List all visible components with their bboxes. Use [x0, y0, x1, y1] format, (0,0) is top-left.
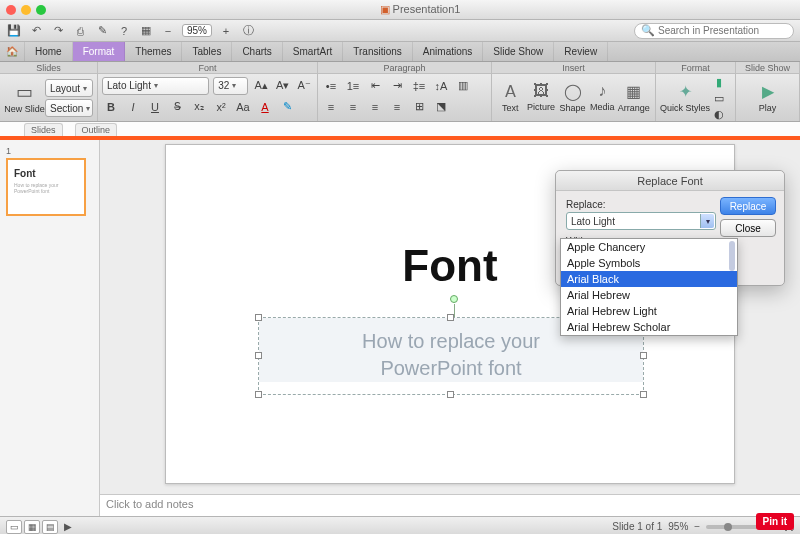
replace-font-select[interactable]: Lato Light▾ — [566, 212, 716, 230]
bullets-button[interactable]: •≡ — [322, 77, 340, 95]
resize-handle-s[interactable] — [447, 391, 454, 398]
grow-font-button[interactable]: A▴ — [252, 77, 270, 95]
close-window-button[interactable] — [6, 5, 16, 15]
tab-transitions[interactable]: Transitions — [343, 42, 413, 61]
align-right-button[interactable]: ≡ — [366, 98, 384, 116]
superscript-button[interactable]: x² — [212, 98, 230, 116]
resize-handle-sw[interactable] — [255, 391, 262, 398]
help-icon[interactable]: ? — [116, 23, 132, 39]
reading-view-button[interactable]: ▤ — [42, 520, 58, 534]
sorter-view-button[interactable]: ▦ — [24, 520, 40, 534]
align-center-button[interactable]: ≡ — [344, 98, 362, 116]
font-name-select[interactable]: Lato Light▾ — [102, 77, 209, 95]
zoom-in-icon[interactable]: + — [218, 23, 234, 39]
outline-tab[interactable]: Outline — [75, 123, 118, 136]
media-button[interactable]: ♪Media — [588, 75, 617, 119]
line-spacing-button[interactable]: ‡≡ — [410, 77, 428, 95]
justify-button[interactable]: ≡ — [388, 98, 406, 116]
tab-charts[interactable]: Charts — [232, 42, 282, 61]
zoom-value[interactable]: 95% — [182, 24, 212, 37]
tab-animations[interactable]: Animations — [413, 42, 483, 61]
normal-view-button[interactable]: ▭ — [6, 520, 22, 534]
align-text-button[interactable]: ⊞ — [410, 98, 428, 116]
info-icon[interactable]: ⓘ — [240, 23, 256, 39]
resize-handle-e[interactable] — [640, 352, 647, 359]
shape-fill-button[interactable]: ▮ — [710, 75, 728, 90]
save-icon[interactable]: 💾 — [6, 23, 22, 39]
close-button[interactable]: Close — [720, 219, 776, 237]
font-dropdown-list[interactable]: Apple Chancery Apple Symbols Arial Black… — [560, 238, 738, 336]
slide-thumbnail[interactable]: Font How to replace your PowerPoint font — [6, 158, 86, 216]
convert-smartart-button[interactable]: ⬔ — [432, 98, 450, 116]
maximize-window-button[interactable] — [36, 5, 46, 15]
shape-outline-button[interactable]: ▭ — [710, 91, 728, 106]
tab-format[interactable]: Format — [73, 42, 126, 61]
toolbox-icon[interactable]: ▦ — [138, 23, 154, 39]
increase-indent-button[interactable]: ⇥ — [388, 77, 406, 95]
notes-pane[interactable]: Click to add notes — [100, 494, 800, 516]
strikethrough-button[interactable]: S̶ — [168, 98, 186, 116]
font-option[interactable]: Arial Hebrew Scholar — [561, 319, 737, 335]
slide-thumbnail-pane[interactable]: 1 Font How to replace your PowerPoint fo… — [0, 140, 100, 516]
tab-home-icon[interactable]: 🏠 — [0, 42, 25, 61]
shrink-font-button[interactable]: A▾ — [274, 77, 292, 95]
numbering-button[interactable]: 1≡ — [344, 77, 362, 95]
bold-button[interactable]: B — [102, 98, 120, 116]
tab-themes[interactable]: Themes — [125, 42, 182, 61]
picture-button[interactable]: 🖼Picture — [525, 75, 558, 119]
play-button[interactable]: ▶Play — [747, 75, 789, 119]
text-direction-button[interactable]: ↕A — [432, 77, 450, 95]
font-option[interactable]: Arial Hebrew Light — [561, 303, 737, 319]
new-slide-button[interactable]: ▭ New Slide — [4, 75, 45, 119]
section-select[interactable]: Section▾ — [45, 99, 93, 117]
paintbrush-icon[interactable]: ✎ — [94, 23, 110, 39]
resize-handle-n[interactable] — [447, 314, 454, 321]
font-option-selected[interactable]: Arial Black — [561, 271, 737, 287]
layout-select[interactable]: Layout▾ — [45, 79, 93, 97]
dialog-title[interactable]: Replace Font — [556, 171, 784, 191]
arrange-button[interactable]: ▦Arrange — [617, 75, 651, 119]
resize-handle-w[interactable] — [255, 352, 262, 359]
zoom-slider-knob[interactable] — [724, 523, 732, 531]
italic-button[interactable]: I — [124, 98, 142, 116]
font-option[interactable]: Apple Symbols — [561, 255, 737, 271]
decrease-indent-button[interactable]: ⇤ — [366, 77, 384, 95]
subscript-button[interactable]: x₂ — [190, 98, 208, 116]
presenter-view-button[interactable]: ▶ — [64, 521, 72, 532]
resize-handle-se[interactable] — [640, 391, 647, 398]
pin-it-button[interactable]: Pin it — [756, 513, 794, 530]
change-case-button[interactable]: Aa — [234, 98, 252, 116]
zoom-out-button[interactable]: − — [694, 521, 700, 532]
undo-icon[interactable]: ↶ — [28, 23, 44, 39]
quick-styles-button[interactable]: ✦Quick Styles — [660, 75, 710, 119]
replace-button[interactable]: Replace — [720, 197, 776, 215]
dropdown-scrollbar[interactable] — [729, 241, 735, 271]
search-input[interactable] — [658, 25, 787, 36]
minimize-window-button[interactable] — [21, 5, 31, 15]
zoom-out-icon[interactable]: − — [160, 23, 176, 39]
search-box[interactable]: 🔍 — [634, 23, 794, 39]
font-color-button[interactable]: A — [256, 98, 274, 116]
shape-button[interactable]: ◯Shape — [557, 75, 588, 119]
underline-button[interactable]: U — [146, 98, 164, 116]
shape-effects-button[interactable]: ◐ — [710, 107, 728, 122]
font-option[interactable]: Arial Hebrew — [561, 287, 737, 303]
tab-slide-show[interactable]: Slide Show — [483, 42, 554, 61]
rotation-handle[interactable] — [450, 295, 458, 303]
redo-icon[interactable]: ↷ — [50, 23, 66, 39]
clear-format-button[interactable]: A⁻ — [295, 77, 313, 95]
highlight-button[interactable]: ✎ — [278, 98, 296, 116]
font-option[interactable]: Apple Chancery — [561, 239, 737, 255]
tab-smartart[interactable]: SmartArt — [283, 42, 343, 61]
status-zoom-value[interactable]: 95% — [668, 521, 688, 532]
tab-tables[interactable]: Tables — [182, 42, 232, 61]
text-box-button[interactable]: 𝖠Text — [496, 75, 525, 119]
print-icon[interactable]: ⎙ — [72, 23, 88, 39]
tab-review[interactable]: Review — [554, 42, 608, 61]
columns-button[interactable]: ▥ — [454, 77, 472, 95]
resize-handle-nw[interactable] — [255, 314, 262, 321]
slides-tab[interactable]: Slides — [24, 123, 63, 136]
align-left-button[interactable]: ≡ — [322, 98, 340, 116]
tab-home[interactable]: Home — [25, 42, 73, 61]
font-size-select[interactable]: 32▾ — [213, 77, 248, 95]
